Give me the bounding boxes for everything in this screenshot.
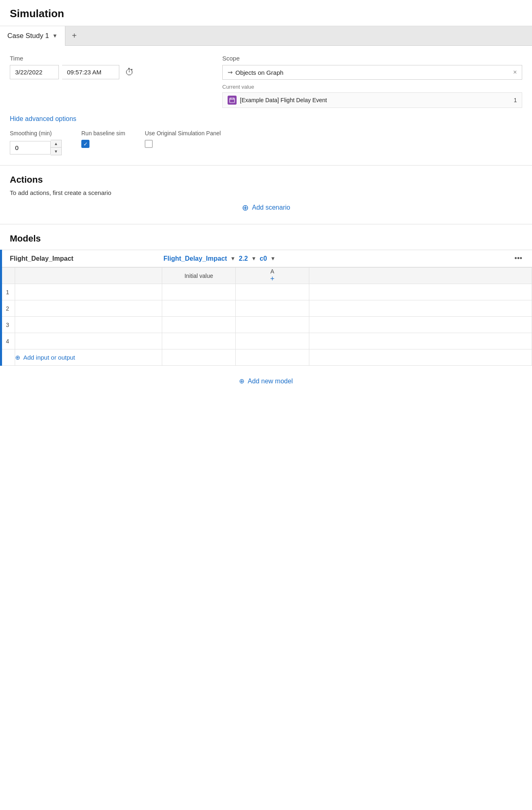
scope-clear-icon[interactable]: × <box>513 69 517 76</box>
row-num-1: 1 <box>0 284 15 300</box>
add-scenario-icon: ⊕ <box>242 203 249 213</box>
add-input-button[interactable]: ⊕ Add input or output <box>15 354 162 361</box>
tab-label: Case Study 1 <box>7 32 49 40</box>
row-name-4[interactable] <box>15 333 162 349</box>
row-extra-4 <box>309 333 532 349</box>
th-initial-value: Initial value <box>162 268 236 284</box>
run-baseline-checkbox[interactable] <box>81 140 89 148</box>
actions-title: Actions <box>10 175 522 185</box>
row-num-2: 2 <box>0 300 15 317</box>
th-a-col: A + <box>236 268 309 284</box>
model-more-icon[interactable]: ••• <box>514 254 522 263</box>
add-new-model-label: Add new model <box>248 378 293 385</box>
current-value-row: [Example Data] Flight Delay Event 1 <box>222 92 522 108</box>
time-input[interactable]: 09:57:23 AM <box>62 65 119 79</box>
smoothing-label: Smoothing (min) <box>10 130 62 136</box>
add-scenario-label: Add scenario <box>252 204 290 211</box>
row-num-4: 4 <box>0 333 15 349</box>
actions-section: Actions To add actions, first create a s… <box>0 166 532 224</box>
table-row: 2 <box>0 300 532 317</box>
use-original-label: Use Original Simulation Panel <box>145 130 221 136</box>
tab-chevron-icon: ▼ <box>52 33 58 39</box>
date-input[interactable]: 3/22/2022 <box>10 65 59 79</box>
model-name-left: Flight_Delay_Impact <box>10 255 157 262</box>
table-row: 3 <box>0 317 532 333</box>
stepper-down-button[interactable]: ▼ <box>51 148 61 155</box>
row-name-1[interactable] <box>15 284 162 300</box>
add-column-button[interactable]: + <box>270 275 275 283</box>
app-header: Simulation <box>0 0 532 26</box>
row-name-3[interactable] <box>15 317 162 333</box>
row-a-1[interactable] <box>236 284 309 300</box>
case-study-tab[interactable]: Case Study 1 ▼ <box>0 26 65 46</box>
model-version[interactable]: 2.2 <box>239 255 248 262</box>
clock-icon: ⏱ <box>125 67 134 78</box>
run-baseline-field: Run baseline sim <box>81 130 125 148</box>
th-extra <box>309 268 532 284</box>
add-new-model-icon: ⊕ <box>239 377 244 385</box>
row-a-2[interactable] <box>236 300 309 317</box>
hide-advanced-link[interactable]: Hide advanced options <box>10 115 76 123</box>
time-label: Time <box>10 55 206 62</box>
add-input-cell: ⊕ Add input or output <box>15 349 162 366</box>
row-extra-2 <box>309 300 532 317</box>
row-extra-3 <box>309 317 532 333</box>
model-name-dropdown-icon[interactable]: ▼ <box>230 255 236 262</box>
current-value-num: 1 <box>514 97 517 103</box>
table-row: 4 <box>0 333 532 349</box>
smoothing-stepper: ▲ ▼ <box>51 140 62 155</box>
table-row: 1 <box>0 284 532 300</box>
model-scenario[interactable]: c0 <box>260 255 267 262</box>
th-a-label: A <box>270 268 274 275</box>
scope-filter-icon: ⇝ <box>228 69 233 76</box>
add-tab-button[interactable]: + <box>65 26 83 46</box>
row-initial-2[interactable] <box>162 300 236 317</box>
row-name-2[interactable] <box>15 300 162 317</box>
row-num-3: 3 <box>0 317 15 333</box>
time-scope-panel: Time 3/22/2022 09:57:23 AM ⏱ Scope ⇝ Obj… <box>0 46 532 166</box>
add-input-a <box>236 349 309 366</box>
smoothing-input[interactable] <box>10 141 51 154</box>
add-input-label: Add input or output <box>23 354 75 361</box>
add-input-icon: ⊕ <box>15 354 20 361</box>
advanced-options-panel: Smoothing (min) ▲ ▼ Run baseline sim Use… <box>10 130 522 155</box>
models-title: Models <box>0 233 532 250</box>
row-initial-1[interactable] <box>162 284 236 300</box>
models-content: Flight_Delay_Impact Flight_Delay_Impact … <box>0 250 532 366</box>
model-header-row: Flight_Delay_Impact Flight_Delay_Impact … <box>0 250 532 267</box>
model-version-dropdown-icon[interactable]: ▼ <box>251 255 257 262</box>
current-value-text: [Example Data] Flight Delay Event <box>240 97 327 103</box>
model-name-right: Flight_Delay_Impact ▼ 2.2 ▼ c0 ▼ ••• <box>163 254 522 263</box>
scope-label: Scope <box>222 55 522 62</box>
model-table: Initial value A + 1 <box>0 267 532 366</box>
event-icon <box>228 96 237 105</box>
stepper-up-button[interactable]: ▲ <box>51 140 61 148</box>
add-input-extra <box>309 349 532 366</box>
add-scenario-button[interactable]: ⊕ Add scenario <box>10 203 522 213</box>
models-section: Models Flight_Delay_Impact Flight_Delay_… <box>0 224 532 396</box>
row-a-4[interactable] <box>236 333 309 349</box>
add-input-initial <box>162 349 236 366</box>
th-name <box>15 268 162 284</box>
th-row-num <box>0 268 15 284</box>
svg-rect-0 <box>230 98 235 103</box>
add-input-row: ⊕ Add input or output <box>0 349 532 366</box>
run-baseline-label: Run baseline sim <box>81 130 125 136</box>
add-new-model-button[interactable]: ⊕ Add new model <box>0 366 532 396</box>
row-a-3[interactable] <box>236 317 309 333</box>
model-scenario-dropdown-icon[interactable]: ▼ <box>270 255 275 262</box>
row-initial-4[interactable] <box>162 333 236 349</box>
scope-value: Objects on Graph <box>235 69 284 76</box>
row-initial-3[interactable] <box>162 317 236 333</box>
scope-select[interactable]: ⇝ Objects on Graph × <box>222 65 522 80</box>
current-value-label: Current value <box>222 84 522 90</box>
use-original-checkbox[interactable] <box>145 140 153 148</box>
actions-description: To add actions, first create a scenario <box>10 189 522 196</box>
tabs-bar: Case Study 1 ▼ + <box>0 26 532 46</box>
add-input-row-num <box>0 349 15 366</box>
row-extra-1 <box>309 284 532 300</box>
app-title: Simulation <box>10 7 64 20</box>
model-version-label[interactable]: Flight_Delay_Impact <box>163 255 227 262</box>
use-original-field: Use Original Simulation Panel <box>145 130 221 148</box>
smoothing-field: Smoothing (min) ▲ ▼ <box>10 130 62 155</box>
